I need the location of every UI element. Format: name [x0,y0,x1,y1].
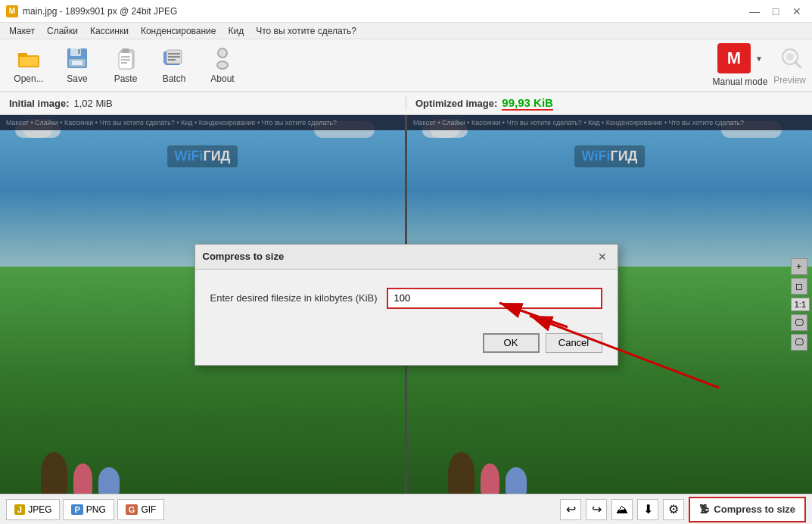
compress-to-size-button[interactable]: 🗜 Compress to size [689,497,806,522]
dialog-cancel-button[interactable]: Cancel [546,333,602,353]
open-button[interactable]: Open... [6,42,51,88]
about-icon [210,46,235,70]
svg-rect-17 [168,53,180,55]
svg-rect-1 [18,53,27,57]
svg-rect-2 [20,57,38,66]
svg-point-23 [218,62,227,68]
redo-button[interactable]: ↪ [586,499,607,520]
svg-rect-11 [121,56,130,58]
paste-label: Paste [114,73,138,84]
undo-button[interactable]: ↩ [560,499,581,520]
dialog-body: Enter desired filesize in kilobytes (KiB… [195,270,618,327]
svg-rect-18 [168,56,180,58]
maximize-button[interactable]: □ [767,4,785,19]
toolbar: Open... Save Paste [0,39,812,92]
action4-button[interactable]: ⬇ [637,499,658,520]
gif-button[interactable]: G GIF [117,499,165,520]
action3-button[interactable]: ⛰ [611,499,633,520]
png-badge: P [71,504,82,515]
jpeg-badge: J [14,504,25,515]
preview-button[interactable]: Preview [773,45,806,86]
bottom-toolbar: J JPEG P PNG G GIF ↩ ↪ ⛰ ⬇ ⚙ 🗜 Compress … [0,494,812,524]
dropdown-arrow-icon[interactable]: ▼ [755,55,763,63]
save-label: Save [67,73,87,84]
svg-point-22 [219,49,226,57]
main-content: Максет • Слайки • Кассинки • Что вы хоти… [0,115,812,494]
initial-image-info: Initial image: 1,02 MiB [0,98,406,109]
filesize-input[interactable] [387,288,602,309]
dialog-ok-button[interactable]: OK [483,333,540,353]
bottom-right-actions: ↩ ↪ ⛰ ⬇ ⚙ 🗜 Compress to size [560,497,806,522]
open-label: Open... [14,73,43,84]
close-button[interactable]: ✕ [788,4,806,19]
initial-value: 1,02 MiB [73,98,112,109]
about-button[interactable]: About [200,42,245,88]
title-bar-left: M main.jpg - 1899x901 px @ 24bit JPEG [6,5,177,17]
batch-icon [162,46,186,70]
window-controls: — □ ✕ [745,4,806,19]
preview-icon [776,45,804,72]
menu-what[interactable]: Что вы хотите сделать? [250,24,362,38]
title-bar: M main.jpg - 1899x901 px @ 24bit JPEG — … [0,0,812,23]
about-label: About [210,73,234,84]
manual-mode-button[interactable]: M ▼ Manual mode [713,43,768,87]
svg-rect-10 [122,48,129,53]
menu-kassinki[interactable]: Кассинки [84,24,135,38]
png-button[interactable]: P PNG [63,499,114,520]
action5-button[interactable]: ⚙ [663,499,684,520]
minimize-button[interactable]: — [745,4,764,19]
toolbar-right: M ▼ Manual mode Preview [713,43,806,87]
modal-overlay: Compress to size ✕ Enter desired filesiz… [0,115,812,494]
manual-mode-icon: M [717,43,751,73]
paste-button[interactable]: Paste [103,42,148,88]
optimized-label: Optimized image: [415,98,497,109]
svg-rect-13 [121,62,127,64]
info-bar: Initial image: 1,02 MiB Optimized image:… [0,92,812,115]
window-title: main.jpg - 1899x901 px @ 24bit JPEG [23,6,177,17]
dialog-title-bar: Compress to size ✕ [195,245,618,270]
save-icon [65,46,89,70]
jpeg-label: JPEG [28,504,51,515]
menu-maket[interactable]: Макет [3,24,41,38]
menu-slajki[interactable]: Слайки [41,24,84,38]
batch-button[interactable]: Batch [151,42,197,88]
menu-bar: Макет Слайки Кассинки Конденсирование Ки… [0,23,812,39]
jpeg-button[interactable]: J JPEG [6,499,60,520]
open-icon [17,46,41,70]
svg-rect-12 [121,59,130,61]
dialog-close-button[interactable]: ✕ [595,249,610,264]
menu-kid[interactable]: Кид [222,24,250,38]
svg-rect-19 [168,59,176,61]
svg-line-26 [795,62,801,67]
compress-to-size-label: Compress to size [714,504,795,515]
dialog-footer: OK Cancel [195,327,618,365]
compress-to-size-dialog: Compress to size ✕ Enter desired filesiz… [194,244,618,366]
svg-point-25 [786,53,794,61]
dialog-label: Enter desired filesize in kilobytes (KiB… [210,292,378,304]
gif-label: GIF [141,504,156,515]
gif-badge: G [126,504,138,515]
app-icon: M [6,5,18,17]
manual-mode-label: Manual mode [713,76,768,87]
compress-icon: 🗜 [699,504,709,515]
dialog-title: Compress to size [203,251,285,262]
save-button[interactable]: Save [54,42,100,88]
optimized-value: 99,93 KiB [502,96,553,111]
paste-icon [114,46,138,70]
svg-rect-7 [72,61,82,65]
preview-label: Preview [773,75,806,86]
batch-label: Batch [163,73,186,84]
optimized-image-info: Optimized image: 99,93 KiB [406,96,812,111]
initial-label: Initial image: [9,98,69,109]
menu-kondensir[interactable]: Конденсирование [135,24,222,38]
svg-rect-5 [78,49,80,54]
png-label: PNG [86,504,106,515]
